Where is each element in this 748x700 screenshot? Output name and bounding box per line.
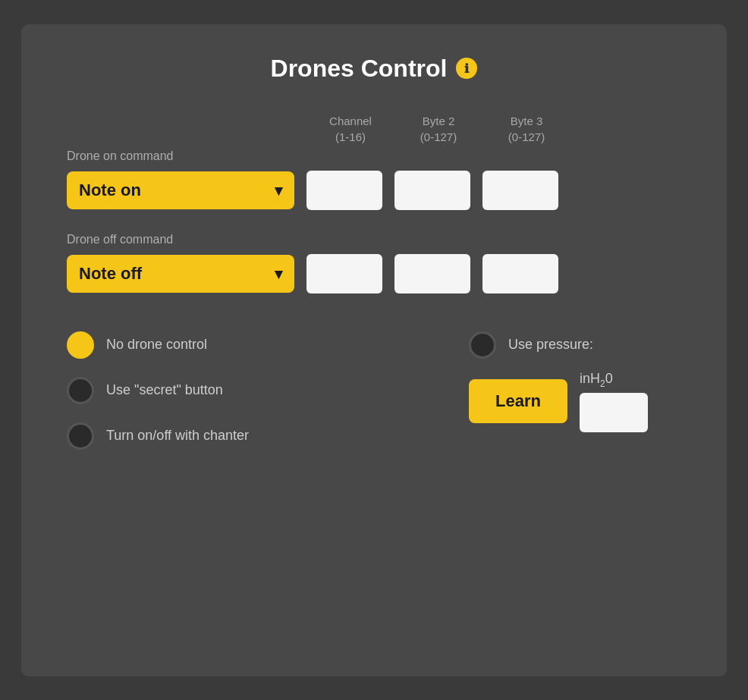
info-icon[interactable]: ℹ xyxy=(456,58,477,79)
bottom-section: No drone control Use "secret" button Tur… xyxy=(67,331,681,450)
drone-off-byte2-input[interactable] xyxy=(394,254,470,293)
pressure-label: Use pressure: xyxy=(508,337,593,353)
byte3-header: Byte 3(0-127) xyxy=(482,113,570,145)
pressure-circle[interactable] xyxy=(469,331,496,359)
panel-title: Drones Control xyxy=(271,55,448,83)
drone-off-row: Note off ▾ xyxy=(67,254,681,293)
pressure-sub: 2 xyxy=(600,378,605,388)
drone-on-label-row: Drone on command xyxy=(67,149,681,163)
radio-secret-button[interactable]: Use "secret" button xyxy=(67,377,438,404)
radio-chanter[interactable]: Turn on/off with chanter xyxy=(67,422,438,450)
drone-off-dropdown-value: Note off xyxy=(79,264,142,284)
drone-on-dropdown-value: Note on xyxy=(79,180,141,200)
drone-on-label: Drone on command xyxy=(67,149,681,163)
radio-no-drone[interactable]: No drone control xyxy=(67,331,438,359)
drone-on-dropdown[interactable]: Note on ▾ xyxy=(67,171,294,209)
radio-secret-button-label: Use "secret" button xyxy=(106,382,223,398)
radio-chanter-circle xyxy=(67,422,94,450)
pressure-unit-label: inH20 xyxy=(580,371,648,389)
pressure-section: Use pressure: Learn inH20 xyxy=(469,331,681,433)
byte2-header: Byte 2(0-127) xyxy=(394,113,482,145)
learn-row: Learn inH20 xyxy=(469,371,681,433)
drone-on-row: Note on ▾ xyxy=(67,171,681,210)
drone-on-chevron-icon: ▾ xyxy=(275,181,282,199)
radio-secret-button-circle xyxy=(67,377,94,404)
column-headers: Channel(1-16) Byte 2(0-127) Byte 3(0-127… xyxy=(67,113,681,145)
panel-header: Drones Control ℹ xyxy=(67,55,681,83)
drone-off-label-row: Drone off command xyxy=(67,233,681,246)
drone-on-channel-input[interactable] xyxy=(306,171,382,210)
drone-off-label: Drone off command xyxy=(67,233,681,246)
drone-on-byte3-input[interactable] xyxy=(482,171,558,210)
drone-off-dropdown[interactable]: Note off ▾ xyxy=(67,255,294,293)
channel-header: Channel(1-16) xyxy=(306,113,394,145)
radio-group: No drone control Use "secret" button Tur… xyxy=(67,331,438,450)
drones-control-panel: Drones Control ℹ Channel(1-16) Byte 2(0-… xyxy=(21,24,727,676)
drone-off-channel-input[interactable] xyxy=(306,254,382,293)
pressure-toggle-row: Use pressure: xyxy=(469,331,681,359)
drone-off-byte3-input[interactable] xyxy=(482,254,558,293)
learn-button[interactable]: Learn xyxy=(469,379,567,423)
drone-off-chevron-icon: ▾ xyxy=(275,265,282,283)
radio-no-drone-circle xyxy=(67,331,94,359)
radio-chanter-label: Turn on/off with chanter xyxy=(106,428,249,444)
radio-no-drone-label: No drone control xyxy=(106,337,207,353)
pressure-value-input[interactable] xyxy=(580,393,648,432)
pressure-unit-block: inH20 xyxy=(580,371,648,433)
drone-on-byte2-input[interactable] xyxy=(394,171,470,210)
